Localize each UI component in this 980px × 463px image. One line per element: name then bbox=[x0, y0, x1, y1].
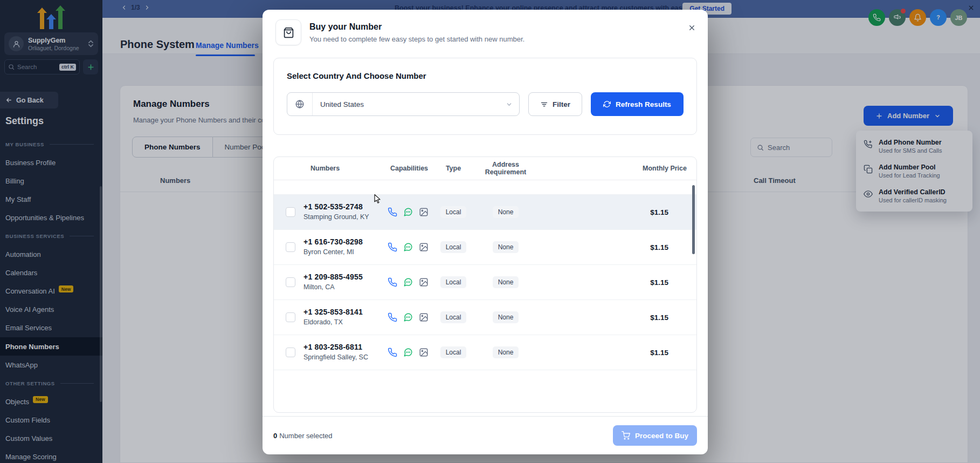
phone-number: +1 502-535-2748 bbox=[303, 202, 384, 211]
country-select[interactable]: United States bbox=[287, 92, 520, 116]
number-cell: +1 325-853-8141Eldorado, TX bbox=[303, 308, 384, 326]
row-checkbox[interactable] bbox=[286, 312, 295, 322]
address-requirement-badge: None bbox=[493, 206, 519, 218]
number-cell: +1 209-885-4955Milton, CA bbox=[303, 273, 384, 291]
panel-title: Select Country And Choose Number bbox=[287, 71, 684, 80]
capabilities-cell bbox=[384, 242, 434, 252]
chevron-down-icon bbox=[506, 101, 513, 108]
monthly-price: $1.15 bbox=[539, 208, 696, 216]
voice-capability-icon bbox=[388, 348, 397, 357]
address-requirement-badge: None bbox=[493, 311, 519, 323]
sms-capability-icon bbox=[403, 277, 413, 287]
selected-label: Number selected bbox=[279, 432, 332, 440]
voice-capability-icon bbox=[388, 312, 397, 322]
monthly-price: $1.15 bbox=[539, 243, 696, 251]
type-badge: Local bbox=[440, 276, 467, 288]
mms-capability-icon bbox=[419, 277, 429, 287]
header-address-requirement: Address Requirement bbox=[473, 161, 539, 176]
number-location: Byron Center, MI bbox=[303, 248, 369, 256]
proceed-label: Proceed to Buy bbox=[635, 432, 688, 440]
type-badge: Local bbox=[440, 206, 467, 218]
table-body: +1 502-535-2748Stamping Ground, KYLocalN… bbox=[274, 195, 696, 370]
mms-capability-icon bbox=[419, 242, 429, 252]
modal-footer: 0Number selected Proceed to Buy bbox=[263, 416, 708, 454]
type-badge: Local bbox=[440, 346, 467, 358]
capabilities-cell bbox=[384, 207, 434, 217]
monthly-price: $1.15 bbox=[539, 349, 696, 357]
capabilities-cell bbox=[384, 348, 434, 357]
number-row-1-803-258-6811[interactable]: +1 803-258-6811Springfield Salley, SCLoc… bbox=[274, 335, 696, 370]
number-location: Stamping Ground, KY bbox=[303, 213, 369, 221]
refresh-label: Refresh Results bbox=[616, 100, 671, 108]
buy-number-modal: Buy your Number You need to complete few… bbox=[263, 10, 708, 454]
capabilities-cell bbox=[384, 312, 434, 322]
type-badge: Local bbox=[440, 241, 467, 253]
refresh-results-button[interactable]: Refresh Results bbox=[591, 92, 684, 116]
scrolled-row-sliver bbox=[274, 180, 696, 195]
selected-count: 0 bbox=[273, 432, 277, 440]
number-location: Eldorado, TX bbox=[303, 318, 369, 326]
number-row-1-616-730-8298[interactable]: +1 616-730-8298Byron Center, MILocalNone… bbox=[274, 230, 696, 265]
refresh-icon bbox=[603, 100, 611, 108]
phone-number: +1 209-885-4955 bbox=[303, 273, 384, 281]
globe-icon bbox=[287, 93, 313, 115]
filter-label: Filter bbox=[553, 100, 570, 108]
number-row-1-502-535-2748[interactable]: +1 502-535-2748Stamping Ground, KYLocalN… bbox=[274, 195, 696, 230]
table-header-row: Numbers Capabilities Type Address Requir… bbox=[274, 157, 696, 180]
proceed-to-buy-button[interactable]: Proceed to Buy bbox=[613, 425, 697, 446]
phone-number: +1 803-258-6811 bbox=[303, 343, 384, 351]
mms-capability-icon bbox=[419, 312, 429, 322]
selected-count-text: 0Number selected bbox=[273, 432, 333, 440]
filter-button[interactable]: Filter bbox=[528, 92, 582, 116]
row-checkbox[interactable] bbox=[286, 277, 295, 287]
cart-icon bbox=[622, 431, 630, 440]
numbers-table: Numbers Capabilities Type Address Requir… bbox=[273, 156, 697, 413]
number-cell: +1 502-535-2748Stamping Ground, KY bbox=[303, 202, 384, 221]
number-location: Springfield Salley, SC bbox=[303, 353, 369, 362]
address-requirement-badge: None bbox=[493, 346, 519, 358]
mms-capability-icon bbox=[419, 207, 429, 217]
capabilities-cell bbox=[384, 277, 434, 287]
voice-capability-icon bbox=[388, 242, 397, 252]
address-requirement-badge: None bbox=[493, 276, 519, 288]
table-scrollbar[interactable] bbox=[692, 185, 695, 254]
filter-icon bbox=[540, 100, 548, 108]
phone-number: +1 325-853-8141 bbox=[303, 308, 384, 316]
modal-title: Buy your Number bbox=[309, 22, 524, 32]
header-monthly-price: Monthly Price bbox=[539, 165, 696, 172]
address-requirement-badge: None bbox=[493, 241, 519, 253]
number-cell: +1 616-730-8298Byron Center, MI bbox=[303, 237, 384, 256]
header-capabilities: Capabilities bbox=[384, 165, 434, 172]
country-value: United States bbox=[313, 100, 364, 108]
app-root: SupplyGem Orliaguet, Dordogne Search ctr… bbox=[0, 0, 980, 463]
modal-header: Buy your Number You need to complete few… bbox=[275, 19, 524, 45]
select-country-panel: Select Country And Choose Number United … bbox=[273, 58, 697, 135]
monthly-price: $1.15 bbox=[539, 314, 696, 322]
sms-capability-icon bbox=[403, 348, 413, 357]
monthly-price: $1.15 bbox=[539, 278, 696, 287]
sms-capability-icon bbox=[403, 242, 413, 252]
header-numbers: Numbers bbox=[303, 165, 384, 172]
number-cell: +1 803-258-6811Springfield Salley, SC bbox=[303, 343, 384, 362]
shopping-bag-icon bbox=[275, 19, 301, 45]
row-checkbox[interactable] bbox=[286, 207, 295, 217]
sms-capability-icon bbox=[403, 207, 413, 217]
header-type: Type bbox=[434, 165, 473, 172]
phone-number: +1 616-730-8298 bbox=[303, 237, 384, 246]
modal-subtitle: You need to complete few easy steps to g… bbox=[309, 35, 524, 43]
number-location: Milton, CA bbox=[303, 283, 369, 291]
voice-capability-icon bbox=[388, 207, 397, 217]
number-row-1-209-885-4955[interactable]: +1 209-885-4955Milton, CALocalNone$1.15 bbox=[274, 265, 696, 300]
number-row-1-325-853-8141[interactable]: +1 325-853-8141Eldorado, TXLocalNone$1.1… bbox=[274, 300, 696, 335]
voice-capability-icon bbox=[388, 277, 397, 287]
row-checkbox[interactable] bbox=[286, 348, 295, 357]
mms-capability-icon bbox=[419, 348, 429, 357]
type-badge: Local bbox=[440, 311, 467, 323]
modal-titles: Buy your Number You need to complete few… bbox=[309, 22, 524, 43]
sms-capability-icon bbox=[403, 312, 413, 322]
row-checkbox[interactable] bbox=[286, 242, 295, 252]
country-controls-row: United States Filter Refresh Results bbox=[287, 92, 684, 116]
close-icon[interactable] bbox=[688, 24, 696, 32]
